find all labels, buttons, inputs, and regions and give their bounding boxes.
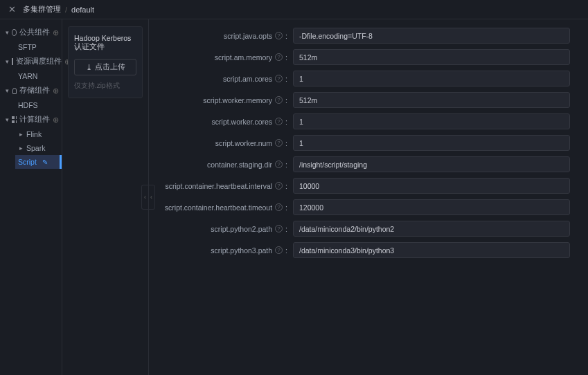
- form-label: script.worker.num?:: [154, 139, 293, 147]
- colon: :: [285, 182, 287, 190]
- main-panel: ‹ script.java.opts?:script.am.memory?:sc…: [149, 19, 588, 375]
- tree-item-script[interactable]: Script✎: [15, 155, 62, 169]
- tree-sub: ▸Flink ▸Spark Script✎: [3, 127, 62, 169]
- form-label: script.am.cores?:: [154, 75, 293, 83]
- close-icon[interactable]: ✕: [6, 4, 19, 15]
- config-input[interactable]: [293, 156, 570, 172]
- tree-sub: SFTP: [3, 40, 62, 54]
- tree-item-spark[interactable]: ▸Spark: [15, 141, 62, 155]
- tree-node-resource[interactable]: ▾ 资源调度组件 ⊕: [3, 54, 62, 69]
- collapse-left-icon[interactable]: ‹: [141, 185, 148, 210]
- help-icon[interactable]: ?: [275, 118, 283, 125]
- caret-right-icon: ▸: [18, 131, 24, 138]
- breadcrumb-root[interactable]: 多集群管理: [23, 4, 61, 15]
- help-icon[interactable]: ?: [275, 182, 283, 190]
- colon: :: [285, 32, 287, 40]
- help-icon[interactable]: ?: [275, 32, 283, 39]
- tree-node-storage[interactable]: ▾ 存储组件 ⊕: [3, 83, 62, 98]
- collapse-right-icon[interactable]: ‹: [149, 185, 155, 210]
- colon: :: [285, 53, 287, 62]
- form-row: script.worker.cores?:: [154, 113, 571, 129]
- caret-down-icon: ▾: [6, 29, 9, 36]
- config-form: script.java.opts?:script.am.memory?:scri…: [149, 19, 588, 272]
- colon: :: [285, 118, 287, 126]
- tree-label: 计算组件: [19, 115, 50, 125]
- help-icon[interactable]: ?: [275, 75, 283, 82]
- form-row: script.worker.memory?:: [154, 92, 571, 108]
- colon: :: [285, 161, 287, 169]
- form-label: script.python3.path?:: [154, 246, 293, 255]
- tree-item-flink[interactable]: ▸Flink: [15, 127, 62, 141]
- help-icon[interactable]: ?: [275, 225, 283, 232]
- tree-item-hdfs[interactable]: HDFS: [15, 98, 62, 112]
- label-text: script.java.opts: [224, 32, 272, 40]
- form-label: script.worker.memory?:: [154, 96, 293, 104]
- config-input[interactable]: [293, 178, 570, 194]
- form-label: container.staging.dir?:: [154, 161, 293, 169]
- caret-right-icon: ▸: [18, 145, 24, 152]
- caret-down-icon: ▾: [6, 116, 9, 123]
- config-input[interactable]: [293, 221, 570, 237]
- plus-icon[interactable]: ⊕: [53, 116, 59, 125]
- tree-item-label: Spark: [26, 144, 45, 152]
- form-row: script.am.memory?:: [154, 49, 571, 65]
- help-icon[interactable]: ?: [275, 53, 283, 61]
- config-input[interactable]: [293, 113, 570, 129]
- form-row: container.staging.dir?:: [154, 156, 571, 172]
- form-row: script.worker.num?:: [154, 135, 571, 151]
- form-row: script.java.opts?:: [154, 28, 571, 44]
- form-row: script.python3.path?:: [154, 242, 571, 258]
- upload-button[interactable]: ⤓ 点击上传: [74, 59, 136, 75]
- card-title: Hadoop Kerberos认证文件: [74, 34, 136, 52]
- breadcrumb-leaf: default: [71, 6, 94, 14]
- edit-icon[interactable]: ✎: [42, 158, 48, 166]
- upload-panel: Hadoop Kerberos认证文件 ⤓ 点击上传 仅支持.zip格式 ‹: [62, 19, 149, 375]
- form-label: script.container.heartbeat.timeout?:: [154, 203, 293, 212]
- label-text: script.container.heartbeat.interval: [165, 182, 272, 190]
- config-input[interactable]: [293, 49, 570, 65]
- form-label: script.am.memory?:: [154, 53, 293, 62]
- label-text: script.container.heartbeat.timeout: [165, 203, 272, 212]
- breadcrumb: 多集群管理 / default: [23, 4, 94, 15]
- tree-item-label: HDFS: [18, 101, 38, 109]
- help-icon[interactable]: ?: [275, 139, 283, 147]
- upload-button-label: 点击上传: [95, 62, 125, 72]
- tree-item-yarn[interactable]: YARN: [15, 69, 62, 83]
- upload-hint: 仅支持.zip格式: [74, 81, 136, 91]
- form-label: script.java.opts?:: [154, 32, 293, 40]
- form-row: script.container.heartbeat.timeout?:: [154, 199, 571, 215]
- config-input[interactable]: [293, 135, 570, 151]
- label-text: script.worker.cores: [212, 118, 273, 126]
- tree-group-storage: ▾ 存储组件 ⊕ HDFS: [0, 83, 62, 112]
- tree-sub: HDFS: [3, 98, 62, 112]
- help-icon[interactable]: ?: [275, 161, 283, 168]
- colon: :: [285, 203, 287, 212]
- tree-label: 存储组件: [19, 86, 50, 95]
- cube-icon: [12, 58, 13, 65]
- database-icon: [12, 88, 17, 94]
- tree-item-label: Script: [18, 158, 37, 166]
- config-input[interactable]: [293, 199, 570, 215]
- tree-node-compute[interactable]: ▾ 计算组件 ⊕: [3, 112, 62, 127]
- tree-item-label: SFTP: [18, 43, 37, 51]
- tree-item-label: Flink: [26, 130, 42, 138]
- tree-sub: YARN: [3, 69, 62, 83]
- tree-group-compute: ▾ 计算组件 ⊕ ▸Flink ▸Spark Script✎: [0, 112, 62, 169]
- tree-item-label: YARN: [18, 72, 37, 80]
- form-label: script.worker.cores?:: [154, 118, 293, 126]
- label-text: script.am.cores: [223, 75, 272, 83]
- help-icon[interactable]: ?: [275, 203, 283, 211]
- tree-group-resource: ▾ 资源调度组件 ⊕ YARN: [0, 54, 62, 83]
- config-input[interactable]: [293, 242, 570, 258]
- plus-icon[interactable]: ⊕: [53, 28, 59, 37]
- config-input[interactable]: [293, 28, 570, 44]
- tree-item-sftp[interactable]: SFTP: [15, 40, 62, 54]
- help-icon[interactable]: ?: [275, 96, 283, 104]
- label-text: script.python2.path: [211, 225, 272, 233]
- config-input[interactable]: [293, 92, 570, 108]
- form-row: script.am.cores?:: [154, 71, 571, 86]
- help-icon[interactable]: ?: [275, 246, 283, 254]
- config-input[interactable]: [293, 71, 570, 86]
- tree-node-public[interactable]: ▾ 公共组件 ⊕: [3, 25, 62, 40]
- plus-icon[interactable]: ⊕: [53, 86, 59, 95]
